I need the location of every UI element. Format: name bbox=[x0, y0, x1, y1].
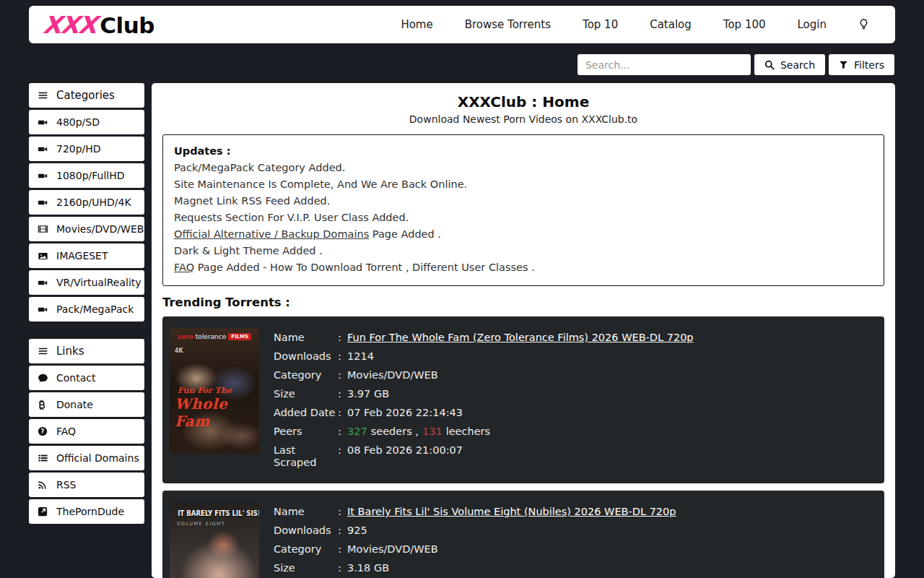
updates-box: Updates : Pack/MegaPack Category Added. … bbox=[162, 134, 884, 286]
sidebar-item-label: IMAGESET bbox=[56, 250, 108, 262]
question-circle-icon: ? bbox=[38, 426, 48, 436]
update-line: FAQ Page Added - How To Download Torrent… bbox=[174, 259, 873, 276]
list-icon bbox=[38, 453, 48, 463]
links-title: Links bbox=[56, 345, 84, 358]
search-input[interactable] bbox=[578, 54, 751, 75]
cover-title-line2: VOLUME EIGHT bbox=[177, 521, 225, 527]
search-button-label: Search bbox=[780, 59, 815, 71]
torrent-row-category: Category: Movies/DVD/WEB bbox=[274, 543, 676, 556]
filters-button-label: Filters bbox=[854, 59, 884, 71]
sidebar-item-label: Contact bbox=[56, 372, 95, 384]
sidebar-item-1080p-fullhd[interactable]: 1080p/FullHD bbox=[29, 163, 144, 188]
torrent-row-size: Size: 3.18 GB bbox=[274, 562, 676, 574]
sidebar-item-label: VR/VirtualReality bbox=[56, 277, 141, 288]
sidebar-item-label: ThePornDude bbox=[56, 506, 124, 517]
torrent-details: Name: It Barely Fits Lil' Sis Volume Eig… bbox=[274, 502, 676, 578]
torrent-row-category: Category: Movies/DVD/WEB bbox=[274, 369, 694, 381]
sidebar-item-rss[interactable]: RSS bbox=[29, 473, 144, 497]
image-icon bbox=[38, 251, 48, 261]
sidebar-item-faq[interactable]: ? FAQ bbox=[29, 419, 144, 444]
official-domains-link[interactable]: Official Alternative / Backup Domains bbox=[174, 228, 369, 240]
sidebar-item-pack-megapack[interactable]: Pack/MegaPack bbox=[29, 297, 144, 322]
categories-header: Categories bbox=[29, 83, 144, 108]
top-navbar: XXX Club Home Browse Torrents Top 10 Cat… bbox=[29, 6, 895, 43]
update-line: Requests Section For V.I.P. User Class A… bbox=[174, 210, 873, 226]
sidebar-item-contact[interactable]: Contact bbox=[29, 366, 144, 390]
torrent-row-peers: Peers: 327seeders ,131leechers bbox=[274, 426, 694, 438]
torrent-category-value: Movies/DVD/WEB bbox=[347, 543, 438, 556]
torrent-added-date-value: 07 Feb 2026 22:14:43 bbox=[347, 407, 463, 419]
update-line: Site Maintenance Is Complete, And We Are… bbox=[174, 176, 873, 193]
torrent-row-size: Size: 3.97 GB bbox=[274, 388, 694, 400]
nav-item-login[interactable]: Login bbox=[798, 18, 827, 31]
torrent-row-downloads: Downloads: 1214 bbox=[274, 350, 694, 363]
sidebar-item-720p-hd[interactable]: 720p/HD bbox=[29, 137, 144, 161]
cover-4k-badge: 4K bbox=[175, 348, 183, 354]
sidebar-item-theporndude[interactable]: ThePornDude bbox=[29, 499, 144, 524]
sidebar-item-vr-virtualreality[interactable]: VR/VirtualReality bbox=[29, 270, 144, 295]
logo-xxx: XXX bbox=[42, 11, 97, 39]
torrent-downloads-value: 925 bbox=[347, 525, 367, 537]
torrent-row-downloads: Downloads: 925 bbox=[274, 525, 676, 537]
hamburger-icon bbox=[38, 346, 48, 356]
links-header: Links bbox=[29, 339, 144, 363]
camcorder-icon bbox=[38, 305, 48, 314]
sidebar-item-label: 1080p/FullHD bbox=[56, 170, 124, 181]
sidebar-item-480p-sd[interactable]: 480p/SD bbox=[29, 110, 144, 134]
chat-icon bbox=[38, 373, 48, 383]
torrent-name-link[interactable]: Fun For The Whole Fam (Zero Tolerance Fi… bbox=[347, 332, 694, 344]
nav-item-top-10[interactable]: Top 10 bbox=[583, 18, 618, 31]
torrent-thumbnail[interactable]: zero tolerance FILMS 4K Fun For The Whol… bbox=[170, 328, 259, 454]
links-group: Links Contact Donate ? FAQ Official Doma… bbox=[29, 339, 144, 524]
torrent-last-scraped-value: 08 Feb 2026 21:00:07 bbox=[347, 444, 463, 469]
camcorder-icon bbox=[38, 278, 48, 288]
logo-club: Club bbox=[100, 12, 154, 38]
nav-item-browse-torrents[interactable]: Browse Torrents bbox=[465, 18, 551, 31]
search-bar: Search Filters bbox=[578, 54, 894, 75]
faq-link[interactable]: FAQ bbox=[174, 262, 194, 273]
camcorder-icon bbox=[38, 198, 48, 207]
cover-studio-line: zero tolerance FILMS bbox=[170, 333, 259, 340]
sidebar-item-label: Movies/DVD/WEB bbox=[56, 223, 144, 235]
nav-item-catalog[interactable]: Catalog bbox=[650, 18, 692, 31]
seeders-count: 327 bbox=[347, 426, 367, 437]
nav-menu: Home Browse Torrents Top 10 Catalog Top … bbox=[401, 18, 869, 31]
nav-item-top-100[interactable]: Top 100 bbox=[723, 18, 766, 31]
bitcoin-icon bbox=[38, 400, 48, 410]
site-logo[interactable]: XXX Club bbox=[43, 11, 154, 39]
torrent-thumbnail[interactable]: IT BARELY FITS LIL' SIS! VOLUME EIGHT bbox=[170, 502, 259, 578]
cover-title-line1: IT BARELY FITS LIL' SIS! bbox=[178, 509, 251, 517]
filters-button[interactable]: Filters bbox=[829, 54, 894, 75]
sidebar-item-label: Pack/MegaPack bbox=[56, 303, 134, 315]
rss-icon bbox=[38, 480, 48, 490]
film-icon bbox=[38, 224, 48, 234]
categories-title: Categories bbox=[56, 89, 115, 102]
sidebar-item-label: FAQ bbox=[56, 426, 76, 437]
sidebar-item-imageset[interactable]: IMAGESET bbox=[29, 243, 144, 268]
torrent-category-value: Movies/DVD/WEB bbox=[347, 369, 438, 381]
torrent-name-link[interactable]: It Barely Fits Lil' Sis Volume Eight (Nu… bbox=[347, 506, 676, 518]
sidebar-item-label: 480p/SD bbox=[56, 116, 100, 128]
page-title: XXXClub : Home bbox=[152, 93, 895, 111]
sidebar-item-label: 2160p/UHD/4K bbox=[56, 197, 131, 208]
torrent-size-value: 3.18 GB bbox=[347, 562, 389, 574]
update-line: Dark & Light Theme Added . bbox=[174, 243, 873, 259]
cover-title-line1: Fun For The bbox=[178, 386, 232, 395]
sidebar-item-official-domains[interactable]: Official Domains bbox=[29, 446, 144, 470]
search-icon bbox=[764, 60, 775, 70]
sidebar-item-movies-dvd-web[interactable]: Movies/DVD/WEB bbox=[29, 217, 144, 241]
sidebar-item-2160p-uhd-4k[interactable]: 2160p/UHD/4K bbox=[29, 190, 144, 215]
search-button[interactable]: Search bbox=[754, 54, 825, 75]
cover-title-line2: Whole Fam bbox=[175, 395, 259, 430]
page-subtitle: Download Newest Porn Videos on XXXClub.t… bbox=[152, 113, 895, 125]
svg-text:?: ? bbox=[41, 428, 45, 435]
theme-toggle-lightbulb-icon[interactable] bbox=[858, 18, 869, 31]
update-line: Magnet Link RSS Feed Added. bbox=[174, 193, 873, 210]
sidebar-item-donate[interactable]: Donate bbox=[29, 392, 144, 417]
torrent-downloads-value: 1214 bbox=[347, 350, 374, 363]
nav-item-home[interactable]: Home bbox=[401, 18, 432, 31]
torrent-row-name: Name: Fun For The Whole Fam (Zero Tolera… bbox=[274, 332, 694, 344]
camcorder-icon bbox=[38, 171, 48, 181]
sidebar-item-label: RSS bbox=[56, 479, 77, 491]
update-line: Official Alternative / Backup Domains Pa… bbox=[174, 226, 873, 243]
